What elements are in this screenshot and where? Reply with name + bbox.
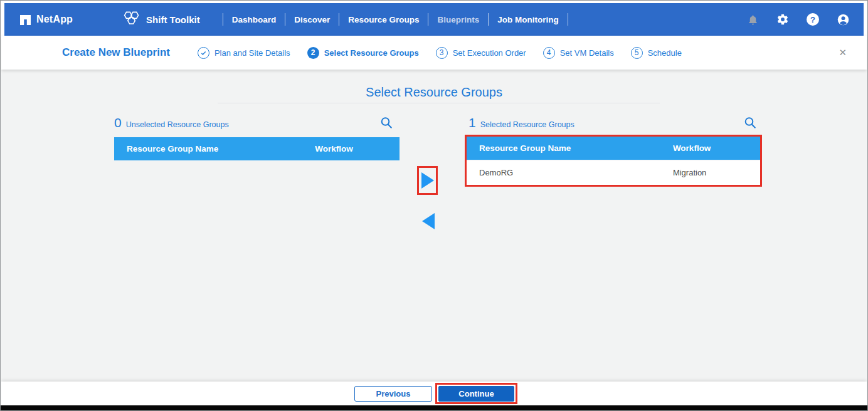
unselected-search-icon[interactable] [379,116,394,131]
step-label: Schedule [648,48,682,58]
nav-item-blueprints[interactable]: Blueprints [437,15,479,24]
help-glyph: ? [807,13,819,26]
navbar-actions: ? [746,13,850,26]
wizard-step-bar: Create New Blueprint Plan and Site Detai… [1,36,867,70]
unselected-count: 0 [114,115,122,130]
selected-search-icon[interactable] [743,116,758,131]
selected-count: 1 [468,115,476,130]
move-right-annotation-box [417,166,438,195]
nav-divider [488,13,489,26]
unselected-label: Unselected Resource Groups [126,120,229,129]
wizard-step-schedule[interactable]: 5 Schedule [631,47,682,59]
selected-panel-caption: 1 Selected Resource Groups [468,115,574,130]
column-header-resource-group-name: Resource Group Name [467,143,660,153]
cell-resource-group-name: DemoRG [467,168,660,177]
nav-item-discover[interactable]: Discover [294,15,330,24]
cell-workflow: Migration [660,168,760,177]
step-label: Set VM Details [560,48,614,58]
netapp-logo-icon [18,13,32,26]
previous-button[interactable]: Previous [354,386,432,402]
netapp-brand[interactable]: NetApp [18,13,73,26]
selected-resource-groups-table: Resource Group Name Workflow DemoRG Migr… [465,135,762,187]
step-number: 3 [436,47,448,59]
step-number: 2 [307,47,319,59]
user-account-icon[interactable] [836,13,850,26]
column-header-resource-group-name: Resource Group Name [114,144,302,153]
step-number: 4 [543,47,555,59]
top-navbar: NetApp Shift Toolkit Dashboard Discover … [4,3,864,36]
shift-toolkit-logo-icon [122,10,140,29]
wizard-step-set-vm-details[interactable]: 4 Set VM Details [543,47,614,59]
nav-item-job-monitoring[interactable]: Job Monitoring [497,15,558,24]
notifications-bell-icon[interactable] [746,13,760,26]
unselected-resource-groups-table: Resource Group Name Workflow [114,137,400,160]
app-name-label: Shift Toolkit [146,14,200,25]
footer-bar: Previous Continue [1,382,867,405]
nav-divider [285,13,285,26]
move-right-arrow-button[interactable] [421,172,434,189]
step-label: Set Execution Order [453,48,526,58]
table-header: Resource Group Name Workflow [467,137,760,160]
wizard-step-plan-and-site-details[interactable]: Plan and Site Details [198,47,290,59]
nav-item-resource-groups[interactable]: Resource Groups [348,15,419,24]
step-label: Plan and Site Details [214,48,290,58]
netapp-brand-label: NetApp [36,14,73,25]
column-header-workflow: Workflow [302,144,400,153]
shift-toolkit-window: NetApp Shift Toolkit Dashboard Discover … [0,0,868,411]
close-icon[interactable]: ✕ [836,44,849,61]
help-icon[interactable]: ? [806,13,820,26]
unselected-panel-caption: 0 Unselected Resource Groups [114,115,229,130]
nav-divider [428,13,428,26]
step-completed-check-icon [198,47,209,59]
shift-toolkit-brand[interactable]: Shift Toolkit [122,10,200,29]
bottom-black-bar [1,405,867,410]
step-number: 5 [631,47,643,59]
select-resource-groups-panel: Select Resource Groups 0 Unselected Reso… [1,70,867,383]
move-left-arrow-button[interactable] [422,213,435,229]
table-header: Resource Group Name Workflow [114,137,400,160]
wizard-step-select-resource-groups[interactable]: 2 Select Resource Groups [307,47,419,59]
continue-annotation-box: Continue [435,383,517,404]
continue-button[interactable]: Continue [438,386,514,402]
nav-divider [223,13,223,26]
selected-label: Selected Resource Groups [480,120,574,129]
step-label: Select Resource Groups [324,48,419,58]
wizard-step-set-execution-order[interactable]: 3 Set Execution Order [436,47,526,59]
settings-gear-icon[interactable] [776,13,790,26]
column-header-workflow: Workflow [660,143,760,153]
page-title: Select Resource Groups [1,85,867,100]
nav-divider [568,13,568,26]
nav-item-dashboard[interactable]: Dashboard [232,15,277,24]
nav-divider [339,13,339,26]
wizard-title: Create New Blueprint [62,46,170,59]
move-left-wrap [420,211,437,231]
title-divider [218,103,660,103]
table-row-demorg[interactable]: DemoRG Migration [467,160,760,185]
